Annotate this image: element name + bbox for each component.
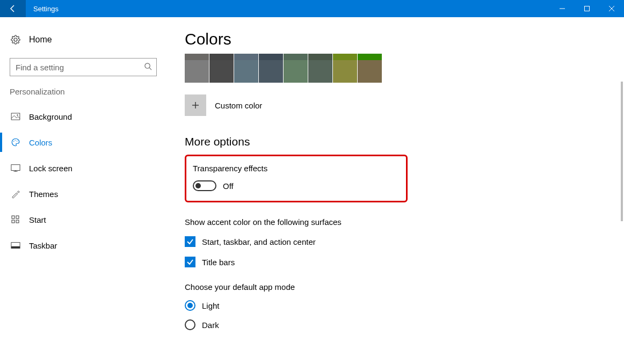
accent-surfaces-section: Show accent color on the following surfa… bbox=[185, 217, 603, 267]
sidebar-item-lock-screen[interactable]: Lock screen bbox=[0, 155, 166, 181]
color-swatch[interactable] bbox=[333, 60, 357, 83]
svg-rect-13 bbox=[16, 216, 19, 219]
sidebar-item-label: Colors bbox=[21, 138, 52, 147]
minimize-button[interactable] bbox=[550, 0, 575, 17]
sidebar: Home Personalization Background Colors bbox=[0, 17, 166, 364]
color-swatch[interactable] bbox=[259, 54, 283, 60]
palette-icon bbox=[10, 137, 21, 147]
gear-icon bbox=[10, 35, 21, 45]
sidebar-item-taskbar[interactable]: Taskbar bbox=[0, 232, 166, 258]
color-swatch[interactable] bbox=[259, 60, 283, 83]
svg-point-6 bbox=[13, 141, 14, 142]
svg-line-3 bbox=[149, 68, 151, 70]
grid-icon bbox=[10, 215, 21, 224]
custom-color-button[interactable]: Custom color bbox=[185, 94, 603, 116]
page-title: Colors bbox=[185, 30, 603, 48]
maximize-button[interactable] bbox=[575, 0, 599, 17]
spacer bbox=[59, 0, 550, 17]
search-input[interactable] bbox=[16, 63, 144, 72]
sidebar-item-label: Background bbox=[21, 112, 72, 121]
svg-rect-15 bbox=[16, 220, 19, 223]
more-options-heading: More options bbox=[185, 135, 603, 148]
radio-label: Light bbox=[202, 301, 220, 310]
sidebar-item-label: Lock screen bbox=[21, 164, 72, 173]
svg-rect-9 bbox=[11, 165, 20, 171]
sidebar-item-label: Themes bbox=[21, 190, 58, 199]
svg-rect-17 bbox=[11, 246, 20, 249]
checkbox-title-bars[interactable]: Title bars bbox=[185, 257, 603, 267]
window-title: Settings bbox=[26, 0, 59, 17]
color-swatch[interactable] bbox=[358, 54, 382, 60]
checkbox-label: Start, taskbar, and action center bbox=[202, 237, 316, 246]
monitor-icon bbox=[10, 164, 21, 172]
transparency-state: Off bbox=[223, 181, 234, 191]
sidebar-item-start[interactable]: Start bbox=[0, 207, 166, 232]
radio-light[interactable]: Light bbox=[185, 300, 603, 311]
accent-surfaces-label: Show accent color on the following surfa… bbox=[185, 217, 603, 227]
radio-icon bbox=[185, 319, 195, 330]
color-swatch[interactable] bbox=[209, 54, 234, 60]
svg-point-2 bbox=[145, 63, 150, 68]
content-area: Colors Custom color More options Transpa… bbox=[166, 17, 624, 364]
svg-point-8 bbox=[17, 141, 18, 142]
color-swatch[interactable] bbox=[209, 60, 234, 83]
home-link[interactable]: Home bbox=[0, 29, 166, 50]
sidebar-item-label: Start bbox=[21, 215, 46, 224]
svg-point-5 bbox=[17, 114, 18, 115]
radio-dark[interactable]: Dark bbox=[185, 319, 603, 330]
radio-label: Dark bbox=[202, 321, 219, 330]
color-swatch[interactable] bbox=[185, 60, 209, 83]
app-mode-section: Choose your default app mode Light Dark bbox=[185, 282, 603, 330]
custom-color-label: Custom color bbox=[215, 101, 262, 110]
titlebar: Settings bbox=[0, 0, 624, 17]
search-wrap bbox=[10, 58, 157, 76]
transparency-toggle-row: Off bbox=[193, 180, 397, 191]
checkbox-icon bbox=[185, 257, 195, 267]
color-swatch[interactable] bbox=[185, 54, 209, 60]
search-box[interactable] bbox=[10, 58, 157, 76]
swatch-row-main bbox=[185, 60, 603, 83]
brush-icon bbox=[10, 189, 21, 199]
svg-rect-1 bbox=[585, 6, 590, 11]
sidebar-item-colors[interactable]: Colors bbox=[0, 129, 166, 155]
taskbar-icon bbox=[10, 242, 21, 249]
color-swatch[interactable] bbox=[308, 54, 332, 60]
swatch-row-top bbox=[185, 54, 603, 60]
color-swatch[interactable] bbox=[333, 54, 357, 60]
checkbox-icon bbox=[185, 236, 195, 247]
color-swatch[interactable] bbox=[358, 60, 382, 83]
close-button[interactable] bbox=[599, 0, 624, 17]
highlight-annotation: Transparency effects Off bbox=[185, 155, 408, 202]
back-button[interactable] bbox=[0, 0, 26, 17]
sidebar-item-themes[interactable]: Themes bbox=[0, 181, 166, 207]
app-mode-label: Choose your default app mode bbox=[185, 282, 603, 292]
transparency-label: Transparency effects bbox=[193, 164, 397, 173]
svg-rect-14 bbox=[12, 220, 14, 223]
color-swatch[interactable] bbox=[234, 60, 258, 83]
svg-point-7 bbox=[15, 140, 16, 141]
color-swatch[interactable] bbox=[308, 60, 332, 83]
checkbox-label: Title bars bbox=[202, 258, 235, 267]
color-swatch[interactable] bbox=[234, 54, 258, 60]
radio-icon bbox=[185, 300, 195, 311]
image-icon bbox=[10, 113, 21, 120]
sidebar-item-background[interactable]: Background bbox=[0, 104, 166, 129]
checkbox-start-taskbar[interactable]: Start, taskbar, and action center bbox=[185, 236, 603, 247]
svg-rect-12 bbox=[12, 216, 14, 219]
color-swatch[interactable] bbox=[284, 54, 308, 60]
sidebar-item-label: Taskbar bbox=[21, 241, 57, 250]
home-label: Home bbox=[21, 35, 52, 45]
color-swatch[interactable] bbox=[284, 60, 308, 83]
svg-rect-4 bbox=[11, 113, 20, 120]
section-heading: Personalization bbox=[0, 87, 166, 104]
transparency-toggle[interactable] bbox=[193, 180, 216, 191]
scrollbar-thumb[interactable] bbox=[621, 82, 623, 221]
plus-icon bbox=[185, 94, 206, 116]
search-icon bbox=[144, 62, 152, 72]
container: Home Personalization Background Colors bbox=[0, 17, 624, 364]
